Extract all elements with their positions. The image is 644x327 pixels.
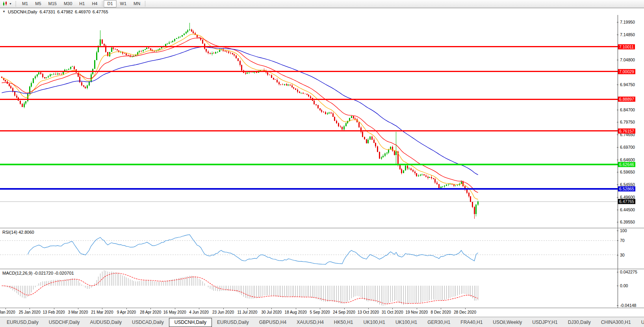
tab-hk50-h1[interactable]: HK50,H1 bbox=[329, 318, 358, 327]
date-tick bbox=[368, 308, 369, 309]
date-label: 16 May 2020 bbox=[163, 310, 186, 314]
macd-panel[interactable]: MACD(12,26,9) -0.021720 -0.020701 0.0422… bbox=[0, 269, 644, 308]
tab-dj30-daily[interactable]: DJ30,Daily bbox=[563, 318, 596, 327]
date-tick bbox=[465, 308, 466, 309]
tab-audusd-daily[interactable]: AUDUSD,Daily bbox=[85, 318, 127, 327]
rsi-tick-label: 70 bbox=[620, 238, 625, 243]
date-tick bbox=[417, 308, 417, 309]
timeframe-button-w1[interactable]: W1 bbox=[117, 0, 130, 7]
price-tick-label: 7.19950 bbox=[620, 20, 635, 24]
tab-uk100-h1[interactable]: UK100,H1 bbox=[390, 318, 422, 327]
date-label: 18 Aug 2020 bbox=[285, 310, 307, 314]
date-tick bbox=[102, 308, 102, 309]
date-label: 31 Oct 2020 bbox=[382, 310, 403, 314]
line-price-badge: 6.76157 bbox=[618, 128, 635, 133]
date-tick bbox=[150, 308, 151, 309]
rsi-tick-label: 100 bbox=[620, 228, 627, 233]
tab-usdcad-daily[interactable]: USDCAD,Daily bbox=[127, 318, 169, 327]
moving-average-fast bbox=[2, 34, 478, 200]
bid-price-badge: 6.47765 bbox=[618, 199, 635, 204]
tab-eurusd-daily[interactable]: EURUSD,Daily bbox=[2, 318, 44, 327]
tab-usoil-[interactable]: USOil, bbox=[636, 318, 644, 327]
tab-usdjpy-h1[interactable]: USDJPY,H1 bbox=[527, 318, 562, 327]
date-tick bbox=[54, 308, 54, 309]
tab-usdcnh-daily[interactable]: USDCNH,Daily bbox=[169, 318, 212, 327]
collapse-chart-icon[interactable]: ▼ bbox=[2, 10, 6, 13]
macd-tick-label: 0.042275 bbox=[620, 270, 637, 274]
close-value: 6.47765 bbox=[93, 9, 108, 14]
timeframe-button-h1[interactable]: H1 bbox=[76, 0, 88, 7]
date-tick bbox=[223, 308, 224, 309]
date-label: 13 Oct 2020 bbox=[358, 310, 379, 314]
toolbar-drag-handle[interactable] bbox=[15, 1, 17, 6]
tab-ger30-h1[interactable]: GER30,H1 bbox=[422, 318, 455, 327]
macd-tick-label: -0.04148 bbox=[620, 303, 636, 308]
chart-window: ▼ USDCNH,Daily 6.47331 6.47982 6.46970 6… bbox=[0, 8, 644, 327]
chart-title-bar: ▼ USDCNH,Daily 6.47331 6.47982 6.46970 6… bbox=[0, 8, 644, 15]
tab-xauusd-h4[interactable]: XAUUSD,H4 bbox=[291, 318, 329, 327]
tab-eurusd-daily[interactable]: EURUSD,Daily bbox=[212, 318, 254, 327]
price-tick-label: 6.64600 bbox=[620, 157, 635, 162]
ohlc-readout: 6.47331 6.47982 6.46970 6.47765 bbox=[39, 9, 108, 14]
tab-usoil-weekly[interactable]: USOil,Weekly bbox=[488, 318, 527, 327]
price-tick-label: 7.04800 bbox=[620, 57, 635, 62]
price-tick-label: 6.84700 bbox=[620, 107, 635, 112]
date-tick bbox=[271, 308, 272, 309]
macd-canvas[interactable] bbox=[0, 269, 618, 308]
date-label: 19 Nov 2020 bbox=[405, 310, 428, 314]
date-tick bbox=[441, 308, 441, 309]
macd-indicator-label: MACD(12,26,9) -0.021720 -0.020701 bbox=[2, 271, 74, 275]
chart-symbol-timeframe: USDCNH,Daily bbox=[8, 9, 37, 14]
timeframe-button-mn[interactable]: MN bbox=[130, 0, 144, 7]
date-label: 5 Sep 2020 bbox=[310, 310, 330, 314]
timeframe-button-h4[interactable]: H4 bbox=[88, 0, 101, 7]
price-tick-label: 7.14850 bbox=[620, 32, 635, 37]
rsi-axis[interactable]: 1007030 bbox=[618, 228, 644, 269]
price-tick-label: 6.79750 bbox=[620, 120, 635, 124]
price-tick-label: 6.59650 bbox=[620, 170, 635, 174]
line-price-badge: 7.10011 bbox=[618, 44, 635, 49]
price-chart-panel[interactable]: 7.199507.148507.048006.947506.847006.797… bbox=[0, 15, 644, 228]
rsi-tick-label: 30 bbox=[620, 253, 625, 257]
timeframe-button-m15[interactable]: M15 bbox=[45, 0, 60, 7]
date-label: 28 Apr 2020 bbox=[140, 310, 161, 314]
timeframe-button-d1[interactable]: D1 bbox=[104, 0, 116, 7]
date-label: 21 Mar 2020 bbox=[91, 310, 113, 314]
date-label: 24 Sep 2020 bbox=[333, 310, 355, 314]
tab-gbpusd-h4[interactable]: GBPUSD,H4 bbox=[254, 318, 291, 327]
line-price-badge: 6.88897 bbox=[618, 97, 635, 102]
date-label: 13 Feb 2020 bbox=[43, 310, 65, 314]
date-label: 30 Jul 2020 bbox=[261, 310, 282, 314]
date-label: 28 Dec 2020 bbox=[454, 310, 476, 314]
price-tick-label: 6.39550 bbox=[620, 220, 635, 224]
date-tick bbox=[6, 308, 6, 309]
chart-tool-button[interactable]: ▼ bbox=[1, 0, 13, 7]
tab-fra40-h1[interactable]: FRA40,H1 bbox=[455, 318, 488, 327]
price-axis[interactable]: 7.199507.148507.048006.947506.847006.797… bbox=[618, 15, 644, 228]
toolbar-separator bbox=[102, 1, 102, 7]
date-label: 7 Jan 2020 bbox=[0, 310, 15, 314]
date-axis[interactable]: 7 Jan 202025 Jan 202013 Feb 20203 Mar 20… bbox=[0, 308, 644, 317]
tab-china300-h1[interactable]: CHINA300,H1 bbox=[596, 318, 636, 327]
price-tick-label: 6.69700 bbox=[620, 145, 635, 150]
line-price-badge: 7.00029 bbox=[618, 69, 635, 74]
date-label: 25 Jan 2020 bbox=[19, 310, 41, 314]
timeframe-button-m5[interactable]: M5 bbox=[32, 0, 45, 7]
price-tick-label: 6.44500 bbox=[620, 207, 635, 212]
rsi-panel[interactable]: RSI(14) 42.8060 1007030 bbox=[0, 228, 644, 269]
timeframe-button-m30[interactable]: M30 bbox=[60, 0, 76, 7]
price-chart-canvas[interactable] bbox=[0, 15, 618, 228]
tab-usdchf-daily[interactable]: USDCHF,Daily bbox=[44, 318, 85, 327]
line-price-badge: 6.52865 bbox=[618, 187, 635, 192]
candlestick-chart-icon bbox=[3, 1, 8, 6]
tab-uk100-h1[interactable]: UK100,H1 bbox=[358, 318, 390, 327]
date-tick bbox=[126, 308, 127, 309]
date-tick bbox=[296, 308, 296, 309]
timeframe-button-m1[interactable]: M1 bbox=[19, 0, 32, 7]
date-tick bbox=[78, 308, 78, 309]
date-label: 4 Jun 2020 bbox=[189, 310, 209, 314]
rsi-canvas[interactable] bbox=[0, 228, 618, 269]
macd-tick-label: 0.00 bbox=[620, 283, 628, 288]
date-label: 9 Apr 2020 bbox=[117, 310, 136, 314]
macd-axis[interactable]: 0.0422750.00-0.04148 bbox=[618, 269, 644, 308]
